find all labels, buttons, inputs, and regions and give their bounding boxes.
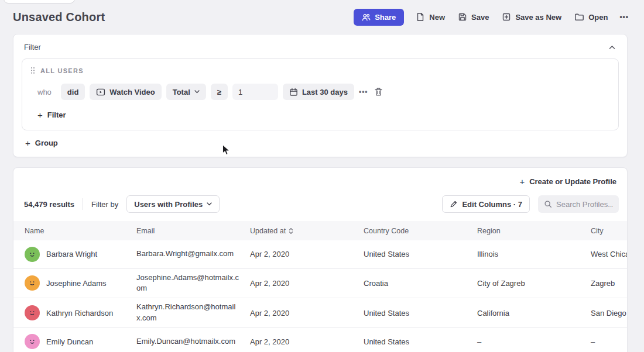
filter-by-label: Filter by [91, 200, 118, 209]
create-profile-label: Create or Update Profile [529, 177, 616, 186]
profile-region: – [477, 327, 591, 352]
profile-type-label: Users with Profiles [134, 200, 203, 209]
results-count: 54,479 results [24, 200, 74, 209]
table-row[interactable]: Emily Duncan Emily.Duncan@hotmailx.com A… [13, 327, 628, 352]
profile-updated-at: Apr 2, 2020 [250, 240, 364, 268]
profile-country-code: United States [364, 327, 477, 352]
column-header-updated-at[interactable]: Updated at [250, 221, 364, 240]
share-button[interactable]: Share [354, 9, 404, 26]
profile-city: San Diego [591, 298, 628, 328]
create-or-update-profile-button[interactable]: + Create or Update Profile [519, 177, 616, 186]
open-button[interactable]: Open [573, 9, 609, 25]
profile-country-code: United States [364, 240, 477, 268]
aggregation-label: Total [173, 88, 190, 96]
drag-handle-icon[interactable] [30, 67, 35, 74]
profile-updated-at: Apr 2, 2020 [250, 327, 364, 352]
results-panel: + Create or Update Profile 54,479 result… [13, 167, 628, 352]
profile-email: Kathryn.Richardson@hotmailx.com [136, 302, 235, 322]
new-button-label: New [429, 13, 445, 22]
profile-type-dropdown[interactable]: Users with Profiles [126, 195, 220, 213]
profile-name: Barbara Wright [46, 250, 97, 258]
save-button[interactable]: Save [457, 9, 490, 25]
operator-button[interactable]: ≥ [211, 84, 228, 100]
add-group-button[interactable]: + Group [25, 139, 58, 147]
folder-icon [574, 12, 584, 22]
avatar [25, 247, 40, 262]
profile-email: Josephine.Adams@hotmailx.com [136, 273, 239, 293]
filter-condition-row: who did Watch Video Total ≥ [37, 84, 610, 100]
edit-columns-button[interactable]: Edit Columns · 7 [442, 195, 530, 213]
table-row[interactable]: Kathryn Richardson Kathryn.Richardson@ho… [13, 298, 628, 328]
save-as-new-icon [502, 12, 511, 22]
profiles-table: Name Email Updated at Country Code Regio… [13, 221, 628, 352]
avatar [25, 275, 40, 291]
column-header-name[interactable]: Name [13, 221, 136, 240]
filter-panel-title: Filter [24, 43, 41, 51]
column-header-email[interactable]: Email [136, 221, 250, 240]
new-button[interactable]: New [415, 9, 446, 25]
table-row[interactable]: Barbara Wright Barbara.Wright@gmailx.com… [13, 240, 628, 268]
add-filter-button[interactable]: + Filter [37, 111, 66, 119]
avatar [25, 305, 40, 320]
calendar-icon [289, 88, 298, 96]
pencil-icon [450, 200, 458, 208]
aggregation-dropdown[interactable]: Total [166, 84, 206, 100]
profile-region: Illinois [477, 240, 591, 268]
column-header-updated-at-label: Updated at [250, 227, 286, 235]
new-document-icon [416, 12, 425, 22]
save-as-new-button-label: Save as New [515, 13, 561, 22]
search-icon [544, 200, 552, 208]
save-icon [458, 12, 467, 22]
search-box[interactable] [538, 195, 619, 213]
search-input[interactable] [556, 200, 613, 209]
add-group-label: Group [35, 139, 58, 147]
profile-name: Kathryn Richardson [46, 309, 113, 318]
value-input[interactable] [232, 84, 278, 100]
column-header-city[interactable]: City [591, 221, 628, 240]
chevron-down-icon [207, 202, 212, 206]
save-as-new-button[interactable]: Save as New [501, 9, 563, 25]
filter-group: ALL USERS who did Watch Video Total [22, 58, 619, 130]
plus-icon: + [25, 139, 30, 147]
delete-condition-button[interactable] [373, 86, 384, 98]
table-controls: 54,479 results Filter by Users with Prof… [13, 189, 627, 221]
table-row[interactable]: Josephine Adams Josephine.Adams@hotmailx… [13, 268, 628, 298]
profile-email: Emily.Duncan@hotmailx.com [136, 337, 235, 346]
chevron-up-icon [609, 45, 615, 50]
profile-city: Zagreb [591, 268, 628, 298]
table-header-row: Name Email Updated at Country Code Regio… [13, 221, 628, 240]
plus-icon: + [519, 177, 525, 186]
condition-more-button[interactable]: ••• [359, 88, 368, 96]
filter-panel: Filter ALL USERS who did [13, 34, 628, 157]
toolbar-more-button[interactable]: ••• [619, 13, 629, 21]
collapse-filter-button[interactable] [608, 44, 616, 51]
event-button[interactable]: Watch Video [90, 84, 161, 100]
topbar: Unsaved Cohort Share New Save [0, 0, 644, 34]
profile-name: Josephine Adams [46, 279, 107, 288]
event-button-label: Watch Video [109, 88, 155, 96]
column-header-region[interactable]: Region [477, 221, 591, 240]
share-button-label: Share [375, 13, 396, 22]
date-range-button[interactable]: Last 30 days [283, 84, 354, 100]
column-header-country-code[interactable]: Country Code [364, 221, 477, 240]
who-label: who [37, 88, 52, 96]
chevron-down-icon [194, 90, 200, 94]
profile-region: California [477, 298, 591, 328]
date-range-label: Last 30 days [302, 88, 348, 96]
divider [83, 198, 83, 210]
share-users-icon [362, 13, 371, 22]
save-button-label: Save [471, 13, 489, 22]
edit-columns-label: Edit Columns · 7 [462, 200, 522, 209]
video-icon [96, 88, 105, 96]
plus-icon: + [37, 111, 43, 119]
did-button[interactable]: did [61, 84, 85, 100]
page-title: Unsaved Cohort [13, 11, 105, 24]
trash-icon [374, 87, 383, 96]
profile-country-code: Croatia [364, 268, 477, 298]
sort-icon[interactable] [289, 227, 293, 234]
partial-tab-outline [4, 0, 75, 4]
profile-name: Emily Duncan [46, 337, 93, 346]
avatar [25, 334, 40, 349]
profile-updated-at: Apr 2, 2020 [250, 268, 364, 298]
profile-region: City of Zagreb [477, 268, 591, 298]
